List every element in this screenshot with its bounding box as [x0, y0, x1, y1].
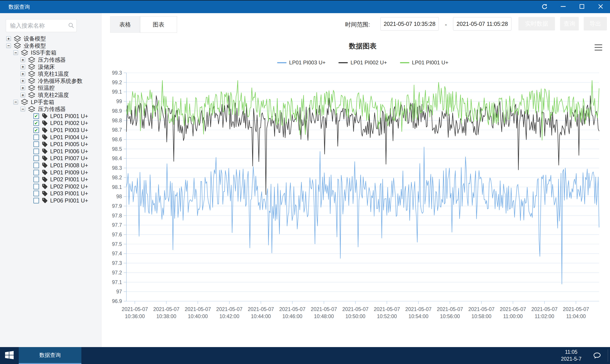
- maximize-icon: [579, 3, 585, 11]
- x-tick-label-time: 10:44:00: [251, 313, 271, 319]
- tree-leaf-item[interactable]: ✔LP01 PI003 U+: [0, 127, 101, 134]
- clock-date: 2021-5-7: [561, 355, 582, 363]
- collapse-toggle-icon[interactable]: −: [13, 50, 18, 55]
- y-tick-label: 99.1: [112, 89, 122, 95]
- tree-leaf-item[interactable]: LP03 PI001 U+: [0, 190, 101, 197]
- tree-branch-item[interactable]: −压力传感器: [0, 105, 101, 113]
- y-tick-label: 98.4: [112, 156, 122, 161]
- tree-branch-item[interactable]: +设备模型: [0, 35, 101, 42]
- tag-icon: [42, 155, 48, 161]
- taskbar-clock[interactable]: 11:05 2021-5-7: [561, 347, 582, 364]
- tree-leaf-label: LP01 PI009 U+: [50, 169, 88, 176]
- x-tick-label-date: 2021-05-07: [248, 306, 274, 312]
- tree-leaf-label: LP01 PI001 U+: [50, 113, 88, 119]
- x-tick-label-date: 2021-05-07: [216, 306, 243, 312]
- tree-branch-item[interactable]: −ISS手套箱: [0, 49, 101, 56]
- x-tick-label-time: 10:36:00: [125, 313, 145, 319]
- tag-icon: [42, 191, 48, 197]
- taskbar-item-active[interactable]: 数据查询: [19, 347, 81, 364]
- leaf-checkbox[interactable]: [33, 142, 39, 147]
- tree-branch-item[interactable]: +填充柱1温度: [0, 70, 101, 78]
- x-tick-label-time: 10:38:00: [156, 313, 176, 319]
- leaf-checkbox[interactable]: [33, 149, 39, 154]
- tree-leaf-label: LP02 PI001 U+: [50, 176, 88, 183]
- tree-leaf-item[interactable]: LP06 PI001 U+: [0, 197, 101, 204]
- x-tick-label-time: 10:56:00: [440, 313, 460, 319]
- leaf-checkbox[interactable]: [33, 198, 39, 203]
- tree-leaf-item[interactable]: LP01 PI004 U+: [0, 134, 101, 141]
- search-input[interactable]: [6, 19, 77, 32]
- tree-leaf-item[interactable]: LP01 PI009 U+: [0, 169, 101, 176]
- leaf-checkbox[interactable]: ✔: [33, 127, 39, 133]
- leaf-checkbox[interactable]: [33, 135, 39, 140]
- layers-icon: [21, 99, 28, 105]
- leaf-checkbox[interactable]: [33, 191, 39, 196]
- expand-toggle-icon[interactable]: +: [21, 93, 25, 97]
- tree-leaf-label: LP01 PI005 U+: [50, 141, 88, 147]
- minimize-icon: [560, 3, 566, 11]
- tree-branch-item[interactable]: −LP手套箱: [0, 98, 101, 105]
- expand-toggle-icon[interactable]: +: [21, 79, 25, 83]
- window-controls: [532, 0, 607, 13]
- tree-branch-item[interactable]: +汲储床: [0, 63, 101, 70]
- close-icon: [597, 3, 604, 11]
- expand-toggle-icon[interactable]: +: [21, 57, 25, 62]
- tree-node-label: 设备模型: [24, 35, 46, 42]
- chat-bubble-icon[interactable]: [593, 352, 601, 360]
- leaf-checkbox[interactable]: ✔: [33, 120, 39, 126]
- tree-branch-item[interactable]: +压力传感器: [0, 56, 101, 64]
- tree-leaf-item[interactable]: LP01 PI007 U+: [0, 155, 101, 162]
- layers-icon: [28, 78, 36, 84]
- tree-leaf-item[interactable]: ✔LP01 PI001 U+: [0, 113, 101, 120]
- collapse-toggle-icon[interactable]: −: [13, 100, 18, 104]
- tree-branch-item[interactable]: +恒温腔: [0, 84, 101, 91]
- expand-toggle-icon[interactable]: +: [21, 86, 25, 90]
- leaf-checkbox[interactable]: [33, 184, 39, 189]
- search-icon[interactable]: [68, 22, 74, 30]
- tree-leaf-item[interactable]: LP01 PI008 U+: [0, 162, 101, 169]
- tree-leaf-label: LP01 PI008 U+: [50, 162, 88, 169]
- tree-leaf-item[interactable]: ✔LP01 PI002 U+: [0, 120, 101, 127]
- minimize-button[interactable]: [557, 0, 569, 13]
- layers-icon: [28, 64, 36, 70]
- tree-branch-item[interactable]: −业务模型: [0, 42, 101, 50]
- maximize-button[interactable]: [576, 0, 588, 13]
- x-tick-label-time: 11:00:00: [503, 313, 523, 319]
- refresh-button[interactable]: [538, 0, 551, 13]
- y-tick-label: 97.2: [112, 270, 122, 275]
- layers-icon: [28, 71, 36, 77]
- show-desktop-divider[interactable]: [608, 349, 608, 362]
- tree-leaf-item[interactable]: LP02 PI002 U+: [0, 183, 101, 190]
- leaf-checkbox[interactable]: ✔: [33, 113, 39, 119]
- x-tick-label-date: 2021-05-07: [153, 306, 179, 312]
- y-tick-label: 97.1: [112, 279, 122, 285]
- layers-icon: [13, 42, 21, 49]
- x-tick-label-date: 2021-05-07: [405, 306, 432, 312]
- tree-node-label: 压力传感器: [38, 56, 66, 64]
- y-tick-label: 97: [116, 289, 122, 295]
- y-tick-label: 97.8: [112, 213, 122, 219]
- expand-toggle-icon[interactable]: +: [21, 72, 25, 76]
- collapse-toggle-icon[interactable]: −: [21, 107, 25, 111]
- tree-leaf-item[interactable]: LP01 PI006 U+: [0, 148, 101, 155]
- tree-leaf-label: LP02 PI002 U+: [50, 183, 88, 190]
- window-title: 数据查询: [9, 0, 30, 13]
- tree-branch-item[interactable]: +冷热循环系统参数: [0, 78, 101, 85]
- collapse-toggle-icon[interactable]: −: [6, 43, 11, 48]
- x-tick-label-time: 10:42:00: [219, 313, 239, 319]
- tree-branch-item[interactable]: +填充柱2温度: [0, 91, 101, 99]
- leaf-checkbox[interactable]: [33, 177, 39, 182]
- expand-toggle-icon[interactable]: +: [6, 36, 11, 41]
- leaf-checkbox[interactable]: [33, 156, 39, 161]
- search-box: [6, 19, 77, 32]
- close-button[interactable]: [594, 0, 607, 13]
- y-tick-label: 98: [116, 194, 122, 199]
- x-tick-label-date: 2021-05-07: [122, 306, 148, 312]
- leaf-checkbox[interactable]: [33, 170, 39, 175]
- tree-leaf-item[interactable]: LP01 PI005 U+: [0, 141, 101, 148]
- start-button[interactable]: [0, 347, 19, 364]
- taskbar: 数据查询 11:05 2021-5-7: [0, 347, 610, 364]
- leaf-checkbox[interactable]: [33, 163, 39, 168]
- tree-leaf-item[interactable]: LP02 PI001 U+: [0, 176, 101, 183]
- expand-toggle-icon[interactable]: +: [21, 65, 25, 69]
